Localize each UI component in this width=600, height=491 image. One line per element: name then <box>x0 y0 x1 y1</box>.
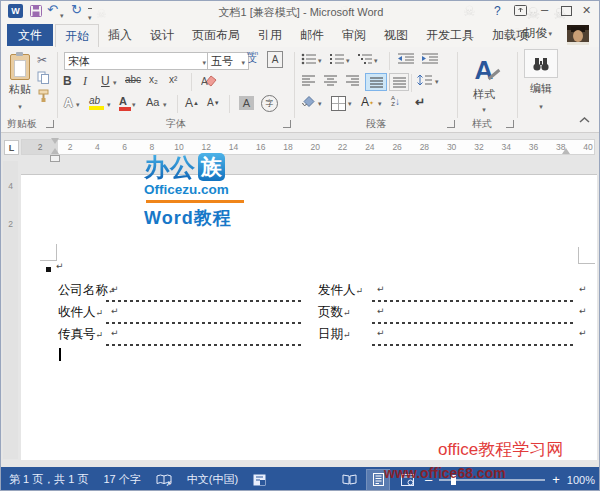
shading-dropdown[interactable] <box>318 100 322 108</box>
tab-insert[interactable]: 插入 <box>99 24 141 47</box>
left-indent-marker[interactable] <box>50 155 60 162</box>
align-center-button[interactable] <box>323 75 338 86</box>
input-mode-icon[interactable] <box>253 474 266 486</box>
change-case-dropdown[interactable] <box>163 101 167 109</box>
language-status[interactable]: 中文(中国) <box>187 472 238 487</box>
font-color-dropdown[interactable] <box>132 101 136 109</box>
minimize-button[interactable]: – <box>541 2 548 17</box>
tab-references[interactable]: 引用 <box>249 24 291 47</box>
font-size-select[interactable]: 五号 <box>207 52 249 70</box>
field-label-pages: 页数↵ <box>318 304 351 321</box>
show-marks-button[interactable]: ↵ <box>415 95 425 109</box>
shading-button[interactable] <box>301 96 316 109</box>
bold-button[interactable]: B <box>63 74 72 88</box>
styles-dialog-launcher[interactable] <box>506 120 514 128</box>
tab-developer[interactable]: 开发工具 <box>417 24 483 47</box>
sort-button[interactable]: AZ↓ <box>391 95 400 107</box>
proofing-status-icon[interactable]: ✗ <box>156 474 172 486</box>
superscript-button[interactable]: x² <box>169 74 177 85</box>
justify-button[interactable] <box>365 73 387 91</box>
ribbon-tab-row: ☠ ☠ ☠ 文件 开始 插入 设计 页面布局 引用 邮件 审阅 视图 开发工具 … <box>1 22 600 47</box>
tab-home[interactable]: 开始 <box>55 24 99 47</box>
clipboard-dialog-launcher[interactable] <box>46 120 54 128</box>
ruler-number: 2 <box>68 142 73 152</box>
line-spacing-button[interactable] <box>417 74 433 86</box>
font-name-select[interactable]: 宋体 <box>64 52 210 70</box>
text-effects-button[interactable]: A <box>64 96 73 110</box>
maximize-button[interactable] <box>561 6 572 16</box>
account-menu[interactable]: 胡俊 <box>514 25 561 42</box>
phonetic-guide-button[interactable]: wén 文 <box>247 50 258 62</box>
vertical-ruler[interactable]: 4 2 <box>3 161 18 459</box>
underline-button[interactable]: U <box>101 74 110 88</box>
shrink-font-button[interactable]: A▼ <box>207 97 220 108</box>
distribute-button[interactable] <box>389 73 409 91</box>
tab-design[interactable]: 设计 <box>141 24 183 47</box>
highlight-color-button[interactable]: ab <box>89 95 100 110</box>
multilevel-dropdown[interactable] <box>374 57 378 65</box>
ribbon-display-options-button[interactable] <box>514 5 527 16</box>
numbering-button[interactable] <box>329 53 345 65</box>
align-left-button[interactable] <box>301 75 316 86</box>
bullets-button[interactable] <box>301 53 317 65</box>
character-border-button[interactable]: A <box>267 51 283 68</box>
horizontal-ruler[interactable]: 2 246810121416182022242628303234363840 <box>21 139 595 155</box>
character-shading-button[interactable]: A <box>239 96 254 110</box>
tab-mailings[interactable]: 邮件 <box>291 24 333 47</box>
read-mode-button[interactable] <box>338 470 360 490</box>
field-label-fax: 传真号↵ <box>58 326 103 343</box>
zoom-in-button[interactable]: + <box>552 475 560 485</box>
ribbon-display-icon <box>514 5 527 16</box>
zoom-level[interactable]: 100% <box>567 474 595 486</box>
status-bar[interactable]: 第 1 页，共 1 页 17 个字 ✗ 中文(中国) – + 100% <box>1 467 600 491</box>
underline-dropdown[interactable] <box>113 79 117 87</box>
cut-button[interactable]: ✂ <box>37 53 47 67</box>
grow-font-button[interactable]: A▲ <box>185 96 199 110</box>
site-watermark-status: www.office68.com <box>384 465 506 481</box>
enclose-characters-button[interactable]: 字 <box>261 95 278 112</box>
strikethrough-button[interactable]: abc <box>125 74 141 85</box>
document-page[interactable] <box>21 174 597 460</box>
increase-indent-button[interactable] <box>421 53 439 65</box>
user-avatar[interactable] <box>567 25 589 45</box>
tab-file[interactable]: 文件 <box>7 24 53 46</box>
paste-button[interactable]: 粘贴 <box>5 51 35 113</box>
bullets-dropdown[interactable] <box>318 57 322 65</box>
change-case-button[interactable]: Aa <box>146 96 159 108</box>
ruler-number: 32 <box>474 142 483 152</box>
first-line-indent-marker[interactable] <box>51 138 59 144</box>
collapse-ribbon-button[interactable] <box>579 117 590 123</box>
format-painter-button[interactable] <box>37 89 50 103</box>
tab-review[interactable]: 审阅 <box>333 24 375 47</box>
asian-layout-button[interactable]: A✦ <box>361 95 374 109</box>
styles-button[interactable]: A 样式 <box>461 51 507 115</box>
align-right-button[interactable] <box>345 75 360 86</box>
hanging-indent-marker[interactable] <box>51 148 59 154</box>
page-count-status[interactable]: 第 1 页，共 1 页 <box>9 472 88 487</box>
decrease-indent-button[interactable] <box>397 53 415 65</box>
borders-dropdown[interactable] <box>348 100 352 108</box>
help-button[interactable]: ? <box>494 4 501 18</box>
borders-button[interactable] <box>331 96 346 111</box>
tab-page-layout[interactable]: 页面布局 <box>183 24 249 47</box>
tab-view[interactable]: 视图 <box>375 24 417 47</box>
multilevel-list-button[interactable] <box>357 53 373 65</box>
close-button[interactable]: ✕ <box>582 4 591 17</box>
line-spacing-dropdown[interactable] <box>435 78 439 86</box>
text-effects-dropdown[interactable] <box>76 101 80 109</box>
numbering-dropdown[interactable] <box>346 57 350 65</box>
font-dialog-launcher[interactable] <box>283 120 291 128</box>
word-count-status[interactable]: 17 个字 <box>103 472 140 487</box>
tab-stop-selector[interactable]: L <box>4 140 19 155</box>
highlight-dropdown[interactable] <box>107 101 111 109</box>
copy-button[interactable] <box>37 71 50 85</box>
font-color-button[interactable]: A <box>119 95 127 111</box>
line-spacing-icon <box>417 74 433 86</box>
right-indent-marker[interactable] <box>562 148 570 154</box>
clear-formatting-button[interactable]: A <box>201 73 217 87</box>
italic-button[interactable]: I <box>83 74 87 89</box>
paragraph-dialog-launcher[interactable] <box>447 120 455 128</box>
asian-layout-dropdown[interactable] <box>378 100 382 108</box>
editing-button[interactable]: 编辑 <box>523 49 559 111</box>
subscript-button[interactable]: x₂ <box>149 74 158 85</box>
